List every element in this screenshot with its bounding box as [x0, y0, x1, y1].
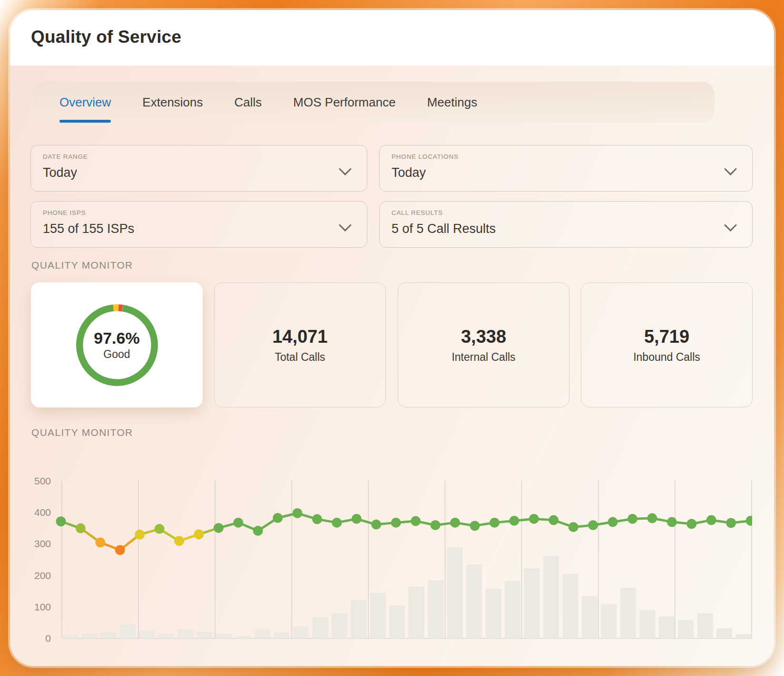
chart-point	[431, 520, 441, 530]
chart-point	[490, 518, 500, 528]
chart-bar	[716, 628, 732, 638]
chart-bar	[274, 633, 290, 638]
chart-point	[509, 516, 519, 526]
tab-meetings[interactable]: Meetings	[427, 82, 478, 123]
tab-mos-performance[interactable]: MOS Performance	[293, 82, 395, 123]
chart-point	[76, 523, 86, 533]
chart-point	[253, 526, 263, 536]
chart-point	[746, 516, 752, 526]
donut-center-text: 97.6%Good	[71, 299, 163, 391]
tab-label: Calls	[235, 95, 262, 110]
chart-bar	[639, 610, 655, 638]
tab-overview[interactable]: Overview	[59, 82, 111, 123]
chart-point	[312, 514, 322, 524]
y-axis-tick-label: 0	[45, 633, 51, 644]
chart-point	[194, 529, 204, 539]
section-label-quality-monitor-chart: QUALITY MONITOR	[31, 427, 133, 438]
chart-bar	[293, 627, 309, 638]
donut-status-label: Good	[103, 348, 130, 361]
chart-bar	[158, 634, 174, 638]
chart-point	[95, 538, 105, 548]
chart-point	[371, 520, 381, 530]
chart-point	[470, 521, 480, 531]
chart-point	[273, 513, 283, 523]
stat-value: 5,719	[644, 327, 689, 347]
chart-point	[627, 514, 637, 524]
chart-bar	[100, 632, 116, 638]
quality-monitor-chart: 5004003002001000	[31, 449, 752, 646]
chart-bar	[447, 547, 463, 638]
tab-calls[interactable]: Calls	[235, 82, 262, 123]
kpi-card-row: 97.6%Good14,071Total Calls3,338Internal …	[31, 282, 753, 407]
filter-dropdown-phone-locations[interactable]: PHONE LOCATIONSToday	[379, 145, 753, 192]
chart-bar	[409, 587, 424, 638]
chart-point	[411, 516, 421, 526]
chart-point	[549, 515, 559, 525]
chart-bar	[582, 596, 598, 638]
chart-bar	[505, 581, 520, 638]
quality-donut-card: 97.6%Good	[31, 282, 203, 407]
chart-bar	[678, 620, 694, 638]
stat-card-inbound-calls: 5,719Inbound Calls	[581, 282, 753, 407]
chart-point	[706, 515, 716, 525]
stat-value: 3,338	[461, 327, 506, 347]
chart-point	[686, 519, 696, 529]
chart-point	[726, 518, 736, 528]
filter-label: PHONE LOCATIONS	[392, 153, 459, 160]
page-header: Quality of Service	[10, 10, 774, 66]
chart-bar	[736, 634, 752, 638]
chart-point	[450, 518, 460, 528]
chart-bar	[197, 632, 213, 638]
quality-of-service-screen: Quality of Service OverviewExtensionsCal…	[0, 0, 784, 676]
filter-label: DATE RANGE	[43, 153, 88, 160]
tab-label: Overview	[59, 95, 111, 110]
chart-bar	[81, 634, 97, 638]
filter-dropdown-phone-isps[interactable]: PHONE ISPS155 of 155 ISPs	[30, 201, 367, 248]
chart-canvas: 5004003002001000	[31, 449, 752, 646]
chart-bar	[139, 630, 155, 638]
chart-bar	[332, 613, 347, 638]
filter-selected-value: Today	[43, 165, 77, 180]
chart-bar	[255, 629, 270, 638]
chart-bar	[601, 604, 617, 638]
page-content: OverviewExtensionsCallsMOS PerformanceMe…	[10, 66, 774, 666]
page-title: Quality of Service	[31, 27, 181, 47]
chart-point	[56, 516, 66, 526]
quality-donut-chart: 97.6%Good	[71, 299, 163, 391]
chart-bar	[562, 574, 578, 638]
filter-bar: DATE RANGETodayPHONE LOCATIONSTodayPHONE…	[30, 145, 753, 248]
y-axis-tick-label: 200	[34, 570, 51, 581]
stat-label: Total Calls	[274, 351, 325, 364]
chart-point	[667, 517, 677, 527]
chart-bar	[466, 564, 482, 638]
chart-point	[115, 545, 125, 555]
y-axis-tick-label: 100	[34, 601, 51, 612]
chevron-down-icon	[339, 163, 352, 175]
chart-bar	[428, 580, 443, 638]
chart-bar	[389, 605, 405, 638]
filter-selected-value: 155 of 155 ISPs	[43, 222, 134, 236]
chart-point	[529, 514, 539, 524]
app-window: Quality of Service OverviewExtensionsCal…	[10, 10, 774, 666]
chevron-down-icon	[724, 219, 737, 232]
chart-point	[332, 518, 342, 528]
y-axis-tick-label: 400	[34, 507, 51, 518]
y-axis-tick-label: 500	[34, 475, 51, 486]
filter-dropdown-date-range[interactable]: DATE RANGEToday	[30, 145, 367, 192]
chart-bar	[351, 600, 366, 638]
chart-point	[233, 518, 243, 528]
chart-point	[352, 514, 362, 524]
filter-selected-value: 5 of 5 Call Results	[392, 222, 496, 236]
chart-point	[155, 524, 165, 534]
stat-label: Inbound Calls	[633, 351, 700, 364]
chart-point	[214, 523, 224, 533]
chart-bar	[216, 634, 232, 638]
chart-point	[608, 517, 618, 527]
tab-label: Meetings	[427, 95, 478, 110]
chevron-down-icon	[724, 163, 737, 175]
chart-bar	[62, 635, 78, 638]
chart-point	[647, 513, 657, 523]
stat-card-total-calls: 14,071Total Calls	[214, 282, 386, 407]
filter-dropdown-call-results[interactable]: CALL RESULTS5 of 5 Call Results	[379, 201, 753, 248]
tab-extensions[interactable]: Extensions	[142, 82, 203, 123]
